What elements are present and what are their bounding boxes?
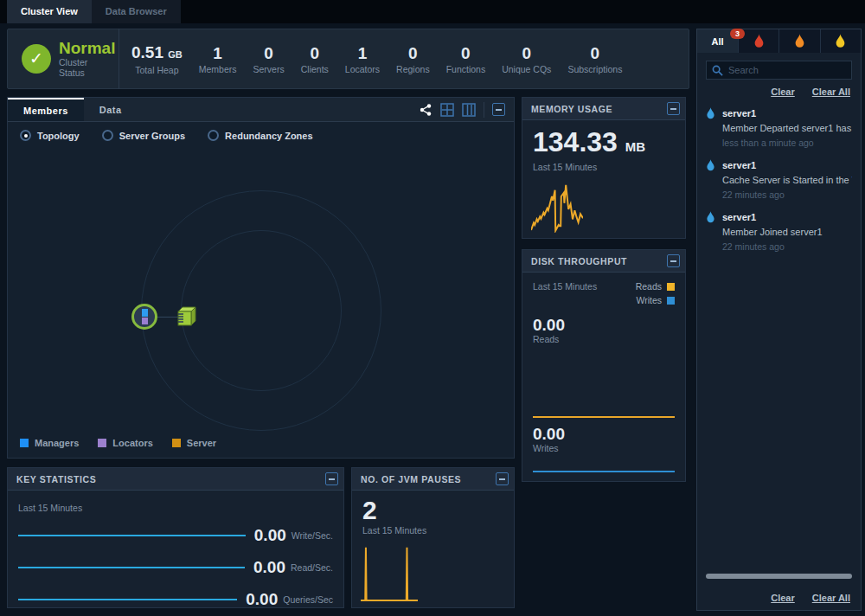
status-label: Cluster Status	[59, 57, 115, 78]
disk-writes-value: 0.00	[533, 425, 565, 443]
memory-value: 134.33 MB	[533, 127, 675, 162]
metric-regions: 0 Regions	[396, 44, 430, 74]
disk-reads-value: 0.00	[533, 316, 675, 334]
keystats-row-writes: 0.00 Write/Sec.	[18, 526, 333, 545]
members-collapse-button[interactable]	[492, 103, 505, 116]
metric-unique-cqs: 0 Unique CQs	[502, 44, 551, 74]
members-panel: Members Data Topology Server Groups	[7, 97, 515, 459]
top-tab-bar: Cluster View Data Browser	[0, 0, 865, 23]
writes-swatch	[667, 297, 675, 305]
alerts-horizontal-scrollbar[interactable]	[706, 574, 852, 579]
tab-data-browser[interactable]: Data Browser	[92, 0, 181, 23]
radio-redundancy-zones[interactable]: Redundancy Zones	[208, 130, 312, 141]
tab-cluster-view[interactable]: Cluster View	[7, 0, 92, 23]
radio-icon	[208, 130, 219, 141]
metric-value: 0.51	[131, 43, 163, 61]
widget-title: MEMORY USAGE	[531, 104, 667, 114]
disk-collapse-button[interactable]	[667, 254, 680, 267]
topology-inner-ring	[181, 230, 342, 391]
alerts-tab-error[interactable]	[778, 29, 819, 53]
alert-flame-icon	[706, 159, 715, 171]
members-tabstrip: Members Data	[8, 98, 514, 122]
jvm-period: Last 15 Minutes	[362, 525, 503, 536]
radio-label: Server Groups	[119, 131, 185, 141]
jvm-collapse-button[interactable]	[496, 472, 509, 485]
alert-item[interactable]: server1 Cache Server is Started in the V…	[706, 159, 852, 200]
alert-member: server1	[722, 108, 756, 119]
metric-members: 1 Members	[199, 44, 237, 74]
view-mode-radios: Topology Server Groups Redundancy Zones	[8, 122, 514, 149]
keystats-row-reads: 0.00 Read/Sec.	[18, 558, 333, 577]
topology-canvas: Topology Server Groups Redundancy Zones	[8, 122, 514, 459]
writes-chart-line	[18, 535, 246, 536]
metric-total-heap: 0.51 GB Total Heap	[131, 43, 183, 75]
queries-chart-line	[18, 599, 237, 600]
metric-functions: 0 Functions	[446, 44, 486, 74]
cluster-status-bar: ✓ Normal Cluster Status 0.51 GB Total He…	[7, 29, 689, 89]
radio-label: Redundancy Zones	[225, 131, 312, 141]
reads-swatch	[667, 283, 675, 291]
manager-marker	[142, 309, 148, 317]
divider	[484, 102, 484, 118]
alert-time: less than a minute ago	[722, 138, 852, 148]
alert-time: 22 minutes ago	[722, 241, 852, 252]
clear-all-link-bottom[interactable]: Clear All	[812, 593, 850, 603]
tab-data[interactable]: Data	[84, 98, 138, 121]
alerts-tab-warning[interactable]	[820, 29, 861, 53]
treemap-view-icon[interactable]	[462, 103, 476, 117]
error-flame-icon	[796, 34, 804, 47]
jvm-pauses-value: 2	[362, 496, 503, 525]
topology-legend: Managers Locators Server	[20, 438, 216, 448]
legend-locators: Locators	[98, 438, 152, 448]
clear-link-bottom[interactable]: Clear	[771, 593, 795, 603]
alert-item[interactable]: server1 Member Departed server1 has cras…	[706, 107, 852, 148]
keystats-collapse-button[interactable]	[325, 472, 338, 485]
alerts-list: server1 Member Departed server1 has cras…	[697, 102, 861, 252]
grid-view-icon[interactable]	[440, 103, 454, 117]
alerts-count-badge: 3	[730, 29, 745, 39]
status-value: Normal	[59, 40, 115, 57]
metric-clients: 0 Clients	[301, 44, 329, 74]
disk-writes-chart-line	[533, 471, 675, 472]
jvm-pauses-widget: NO. OF JVM PAUSES 2 Last 15 Minutes	[351, 467, 515, 608]
alert-message: Cache Server is Started in the VM	[722, 175, 852, 185]
disk-throughput-widget: DISK THROUGHPUT Last 15 Minutes Reads Wr…	[522, 249, 686, 482]
alert-flame-icon	[706, 107, 715, 119]
radio-icon	[102, 130, 113, 141]
alert-message: Member Departed server1 has crashe...	[722, 123, 852, 133]
alert-message: Member Joined server1	[722, 227, 852, 237]
locator-marker	[142, 318, 148, 324]
keystats-period: Last 15 Minutes	[18, 503, 333, 513]
alerts-panel: All 3 Clear Clear All server1 Member Dep…	[696, 29, 862, 611]
tab-members[interactable]: Members	[8, 98, 84, 121]
alerts-tab-all-label: All	[711, 36, 723, 47]
disk-period: Last 15 Minutes	[533, 281, 597, 309]
alerts-tab-all[interactable]: All 3	[697, 29, 738, 53]
status-check-icon: ✓	[22, 44, 51, 74]
locator-manager-node[interactable]	[131, 304, 157, 330]
alert-item[interactable]: server1 Member Joined server1 22 minutes…	[706, 211, 852, 252]
radio-icon	[20, 130, 31, 141]
memory-sparkline-chart	[531, 181, 583, 233]
widget-title: KEY STATISTICS	[16, 474, 325, 484]
alerts-tabstrip: All 3	[697, 29, 861, 53]
topology-view-icon[interactable]	[419, 103, 432, 117]
metric-servers: 0 Servers	[253, 44, 285, 74]
alert-flame-icon	[706, 211, 715, 223]
severe-flame-icon	[754, 34, 763, 47]
alerts-search-input[interactable]	[728, 65, 846, 75]
disk-reads-label: Reads	[533, 334, 675, 344]
clear-all-link-top[interactable]: Clear All	[812, 87, 850, 97]
memory-collapse-button[interactable]	[667, 102, 680, 115]
metric-locators: 1 Locators	[345, 44, 380, 74]
radio-server-groups[interactable]: Server Groups	[102, 130, 185, 141]
metric-label: Total Heap	[131, 65, 183, 75]
legend-managers: Managers	[20, 438, 79, 448]
server-member-node[interactable]	[174, 305, 196, 331]
radio-label: Topology	[37, 131, 80, 141]
legend-swatch	[20, 439, 29, 447]
alert-member: server1	[722, 160, 756, 170]
radio-topology[interactable]: Topology	[20, 130, 80, 141]
clear-link-top[interactable]: Clear	[771, 87, 795, 97]
widget-title: DISK THROUGHPUT	[531, 256, 667, 266]
